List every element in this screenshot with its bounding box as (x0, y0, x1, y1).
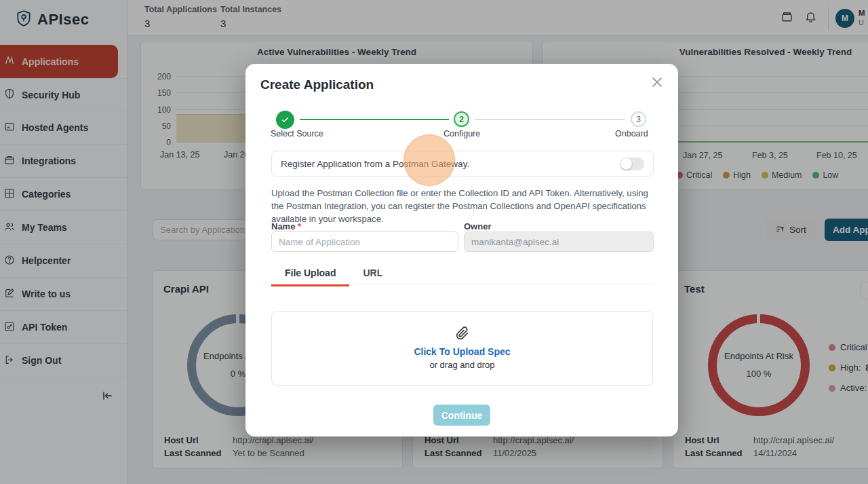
upload-link[interactable]: Click To Upload Spec (414, 346, 510, 357)
toggle-knob (620, 158, 632, 170)
step-connector-done (300, 119, 449, 120)
step-configure-circle: 2 (454, 111, 469, 127)
continue-button[interactable]: Continue (433, 405, 490, 426)
postman-gateway-toggle-row: Register Application from a Postman Gate… (271, 151, 654, 176)
required-asterisk: * (298, 221, 301, 231)
tab-baseline (271, 284, 654, 284)
modal-title: Create Application (260, 77, 374, 92)
modal-description: Upload the Postman Collection file or en… (271, 187, 648, 225)
check-icon (281, 115, 290, 124)
upload-subtitle: or drag and drop (429, 360, 494, 370)
step-label-select-source: Select Source (271, 129, 323, 138)
postman-gateway-toggle[interactable] (620, 157, 644, 170)
paperclip-icon (456, 327, 469, 343)
create-application-modal: Create Application 2 3 Select Source Con… (245, 64, 678, 436)
spec-upload-dropzone[interactable]: Click To Upload Spec or drag and drop (271, 311, 653, 386)
name-label: Name * (271, 221, 301, 231)
close-icon[interactable] (650, 75, 666, 91)
owner-label: Owner (464, 221, 491, 231)
step-connector-upcoming (475, 119, 625, 120)
toggle-label: Register Application from a Postman Gate… (281, 159, 469, 169)
step-label-onboard: Onboard (615, 129, 648, 138)
step-onboard-circle: 3 (631, 111, 646, 127)
application-name-input[interactable] (271, 231, 458, 252)
step-select-source-circle (276, 111, 294, 129)
owner-input (464, 231, 654, 252)
step-label-configure: Configure (443, 129, 480, 138)
app-root: APIsec Applications Security Hub (0, 0, 868, 484)
